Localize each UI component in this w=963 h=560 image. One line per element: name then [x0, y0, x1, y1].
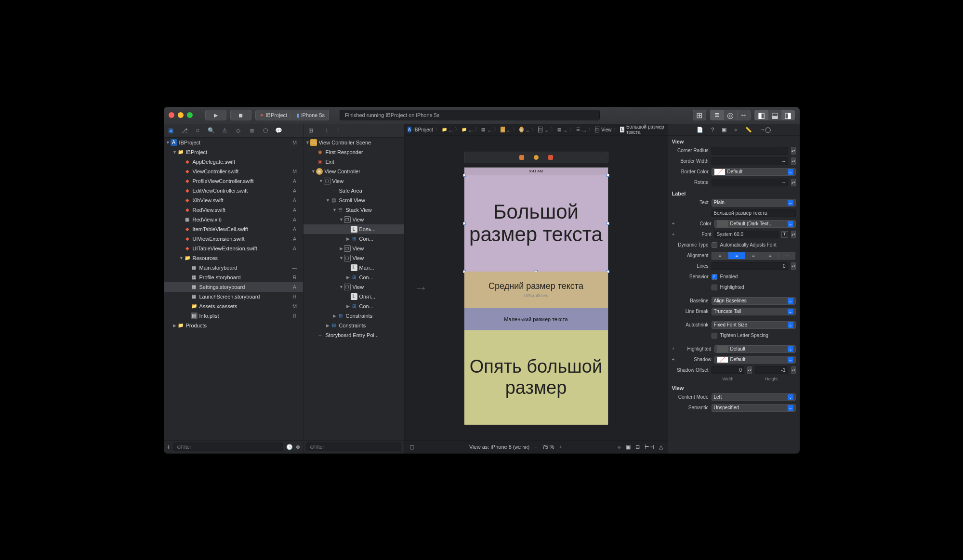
- file-item[interactable]: 📁Assets.xcassetsM: [164, 301, 303, 311]
- add-button[interactable]: +: [167, 443, 171, 451]
- outline-filter-input[interactable]: ⊙ Filter: [306, 443, 401, 451]
- rotate-input[interactable]: --: [712, 179, 788, 186]
- stepper[interactable]: ▴▾: [791, 147, 796, 155]
- text-value-input[interactable]: Большой размер текста: [712, 209, 796, 217]
- first-responder-dock-icon[interactable]: [519, 155, 524, 160]
- view-item[interactable]: ▼□View: [303, 176, 404, 186]
- file-item[interactable]: ◆ItemTableViewCell.swiftA: [164, 224, 303, 234]
- font-picker-button[interactable]: T: [781, 231, 788, 238]
- file-item[interactable]: ◆RedView.swiftA: [164, 205, 303, 215]
- dynamic-type-checkbox[interactable]: [712, 242, 717, 248]
- file-item[interactable]: ◆XibView.swiftA: [164, 195, 303, 205]
- stepper[interactable]: ▴▾: [791, 262, 796, 270]
- version-editor-button[interactable]: ↔: [737, 110, 751, 120]
- align-right-button[interactable]: ≡: [745, 252, 762, 260]
- view-item[interactable]: ▼□View: [303, 215, 404, 224]
- resize-handle[interactable]: [607, 222, 609, 225]
- linebreak-select[interactable]: Truncate Tail: [712, 308, 796, 315]
- border-color-select[interactable]: Default: [712, 168, 796, 176]
- stepper[interactable]: ▴▾: [791, 157, 796, 165]
- label-item[interactable]: LОпят...: [303, 292, 404, 301]
- jump-bar[interactable]: AIBProject〉 📁...〉 📁...〉 ▤...〉 ▭...〉 ◉...…: [405, 124, 668, 136]
- content-mode-select[interactable]: Left: [712, 393, 796, 401]
- stepper[interactable]: ▴▾: [791, 366, 796, 374]
- enabled-checkbox[interactable]: ✓: [712, 274, 717, 280]
- toggle-inspector-button[interactable]: ◨: [781, 110, 795, 120]
- label-panel-small[interactable]: Маленький размер текста: [464, 308, 608, 330]
- file-item[interactable]: ◆AppDelegate.swift: [164, 157, 303, 167]
- canvas[interactable]: → 9:41 AM Большой размер текста: [405, 136, 668, 440]
- assistant-editor-button[interactable]: ◎: [724, 110, 737, 120]
- outline-grid-icon[interactable]: ⊞: [306, 126, 315, 135]
- align-left-button[interactable]: ≡: [712, 252, 728, 260]
- add-variation-button[interactable]: +: [672, 357, 677, 362]
- align-natural-button[interactable]: ---: [778, 252, 796, 260]
- find-nav-tab[interactable]: 🔍: [207, 126, 216, 135]
- back-button[interactable]: 〈: [321, 126, 330, 135]
- breakpoint-nav-tab[interactable]: ⬠: [261, 126, 270, 135]
- file-item[interactable]: ◆EditViewController.swiftA: [164, 186, 303, 195]
- align-center-button[interactable]: ≡: [728, 252, 745, 260]
- autoshrink-select[interactable]: Fixed Font Size: [712, 321, 796, 329]
- stepper[interactable]: ▴▾: [791, 231, 796, 238]
- source-control-nav-tab[interactable]: ⎇: [180, 126, 189, 135]
- label-panel-big[interactable]: Большой размер текста: [464, 175, 608, 272]
- corner-radius-input[interactable]: --: [712, 147, 788, 155]
- scroll-view-item[interactable]: ▼▤Scroll View: [303, 195, 404, 205]
- file-item[interactable]: ▤Info.plistR: [164, 311, 303, 321]
- view-item[interactable]: ▶□View: [303, 244, 404, 253]
- view-controller-dock-icon[interactable]: [534, 155, 539, 160]
- file-item[interactable]: ◆UIViewExtension.swiftA: [164, 234, 303, 244]
- attributes-inspector-tab[interactable]: ⟐: [734, 127, 738, 132]
- label-item-selected[interactable]: LБоль...: [303, 224, 404, 234]
- close-icon[interactable]: [169, 112, 174, 118]
- text-type-select[interactable]: Plain: [712, 199, 796, 207]
- toggle-debug-button[interactable]: ⬓: [768, 110, 781, 120]
- semantic-select[interactable]: Unspecified: [712, 404, 796, 412]
- align-button[interactable]: ⟐: [618, 444, 621, 450]
- pin-constraints-button[interactable]: ⊢⊣: [645, 444, 654, 450]
- zoom-in-button[interactable]: +: [559, 444, 562, 450]
- color-select[interactable]: Default (Dark Text...: [714, 220, 796, 228]
- exit-dock-icon[interactable]: [548, 155, 553, 160]
- view-as-label[interactable]: View as: iPhone 8 (wC hR): [469, 444, 529, 450]
- constraints-item[interactable]: ▶⊞Constraints: [303, 311, 404, 321]
- file-item[interactable]: ◆UITableViewExtension.swiftA: [164, 244, 303, 253]
- highlighted-checkbox[interactable]: [712, 285, 717, 290]
- add-variation-button[interactable]: +: [672, 232, 677, 237]
- view-controller-item[interactable]: ▼◉View Controller: [303, 167, 404, 176]
- add-variation-button[interactable]: +: [672, 221, 677, 226]
- view-item[interactable]: ▼□View: [303, 253, 404, 263]
- zoom-level[interactable]: 75 %: [542, 444, 554, 450]
- stepper[interactable]: ▴▾: [747, 366, 752, 374]
- identity-inspector-tab[interactable]: ▣: [722, 127, 726, 133]
- constraints-item[interactable]: ▶⊞Constraints: [303, 321, 404, 330]
- safe-area-item[interactable]: ▫Safe Area: [303, 186, 404, 195]
- constraints-item[interactable]: ▶⊞Con...: [303, 273, 404, 282]
- zoom-icon[interactable]: [187, 112, 193, 118]
- file-item[interactable]: ◆ProfileViewController.swiftA: [164, 176, 303, 186]
- scheme-selector[interactable]: ✦ IBProject 〉 ▮ iPhone 5s: [255, 110, 330, 120]
- issue-nav-tab[interactable]: ⚠: [221, 126, 229, 135]
- label-panel-medium[interactable]: Средний размер текста UIScrollView: [464, 272, 608, 308]
- add-variation-button[interactable]: +: [672, 346, 677, 352]
- products-folder[interactable]: ▶📁Products: [164, 321, 303, 330]
- label-panel-big2[interactable]: Опять большой размер: [464, 330, 608, 425]
- resources-folder[interactable]: ▼📁Resources: [164, 253, 303, 263]
- scene-dock[interactable]: [464, 152, 608, 163]
- project-root[interactable]: ▼A IBProject M: [164, 138, 303, 147]
- resize-handle[interactable]: [463, 174, 466, 177]
- file-item[interactable]: ▦Main.storyboard—: [164, 263, 303, 273]
- size-inspector-tab[interactable]: 📏: [745, 127, 752, 133]
- constraints-item[interactable]: ▶⊞Con...: [303, 234, 404, 244]
- toggle-navigator-button[interactable]: ◧: [754, 110, 768, 120]
- file-item-selected[interactable]: ▦Settings.storyboardA: [164, 282, 303, 292]
- minimize-icon[interactable]: [178, 112, 184, 118]
- file-inspector-tab[interactable]: 📄: [697, 127, 703, 133]
- scene-item[interactable]: ▼▭View Controller Scene: [303, 138, 404, 147]
- shadow-color-select[interactable]: Default: [714, 356, 796, 364]
- view-item[interactable]: ▼□View: [303, 282, 404, 292]
- outline-toggle-icon[interactable]: ▢: [409, 444, 414, 450]
- file-tree[interactable]: ▼A IBProject M ▼📁 IBProject ◆AppDelegate…: [164, 138, 303, 440]
- shadow-height-input[interactable]: -1: [755, 366, 788, 374]
